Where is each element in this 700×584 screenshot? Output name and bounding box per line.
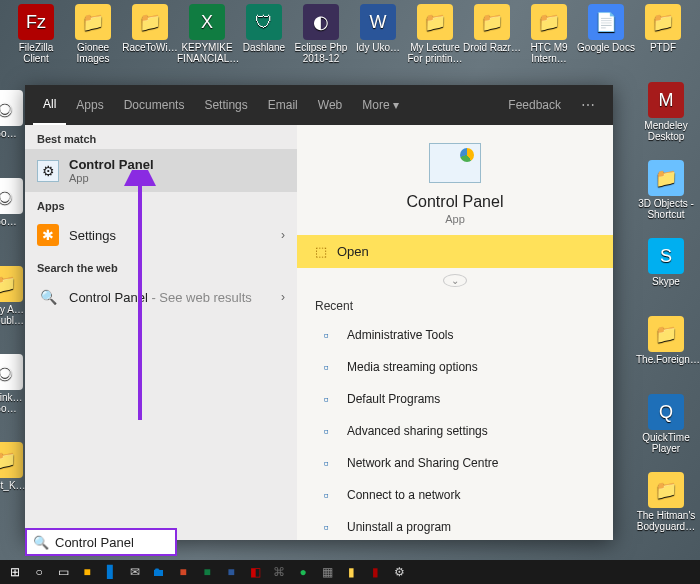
- apps-heading: Apps: [25, 192, 297, 216]
- recent-item-icon: ▫: [315, 324, 337, 346]
- recent-item-label: Connect to a network: [347, 488, 460, 502]
- task-view-button[interactable]: ▭: [52, 563, 74, 581]
- desktop-icon-mylecture[interactable]: 📁My Lecture For printin…: [405, 4, 465, 64]
- taskbar-app[interactable]: ✉: [124, 563, 146, 581]
- desktop-icon-foreign[interactable]: 📁The.Foreign…: [636, 316, 696, 365]
- taskbar-app[interactable]: ▋: [100, 563, 122, 581]
- desktop-icon-quicktime[interactable]: QQuickTime Player: [636, 394, 696, 454]
- feedback-link[interactable]: Feedback: [498, 98, 571, 112]
- start-search-panel: AllAppsDocumentsSettingsEmailWebMore ▾ F…: [25, 85, 613, 540]
- recent-item-label: Advanced sharing settings: [347, 424, 488, 438]
- desktop-icon-hitman[interactable]: 📁The Hitman's Bodyguard…: [636, 472, 696, 532]
- taskbar: ⊞ ○ ▭ ■ ▋ ✉ 🖿 ■ ■ ■ ◧ ⌘ ● ▦ ▮ ▮ ⚙: [0, 560, 700, 584]
- taskbar-app[interactable]: ■: [76, 563, 98, 581]
- desktop-icon-ptdf[interactable]: 📁PTDF: [633, 4, 693, 53]
- recent-item[interactable]: ▫Uninstall a program: [297, 511, 613, 540]
- preview-pane: Control Panel App ⬚ Open ⌄ Recent ▫Admin…: [297, 125, 613, 540]
- open-icon: ⬚: [315, 244, 327, 259]
- search-icon: 🔍: [33, 535, 49, 550]
- taskbar-search-icon[interactable]: ○: [28, 563, 50, 581]
- taskbar-app[interactable]: 🖿: [148, 563, 170, 581]
- taskbar-app[interactable]: ▮: [364, 563, 386, 581]
- recent-item-label: Network and Sharing Centre: [347, 456, 498, 470]
- chevron-right-icon: ›: [281, 228, 285, 242]
- result-title: Control Panel - See web results: [69, 290, 252, 305]
- desktop-icon-chrome2[interactable]: ◉Go…: [0, 178, 28, 227]
- desktop-icon-racetowi[interactable]: 📁RaceToWi…: [120, 4, 180, 53]
- recent-item[interactable]: ▫Network and Sharing Centre: [297, 447, 613, 479]
- tab-settings[interactable]: Settings: [194, 85, 257, 125]
- start-button[interactable]: ⊞: [4, 563, 26, 581]
- tab-web[interactable]: Web: [308, 85, 352, 125]
- search-input-value: Control Panel: [55, 535, 134, 550]
- taskbar-search-box[interactable]: 🔍 Control Panel: [25, 528, 177, 556]
- tab-more[interactable]: More ▾: [352, 85, 409, 125]
- recent-item-label: Uninstall a program: [347, 520, 451, 534]
- recent-item-label: Media streaming options: [347, 360, 478, 374]
- taskbar-app[interactable]: ◧: [244, 563, 266, 581]
- recent-item-icon: ▫: [315, 356, 337, 378]
- search-tabs: AllAppsDocumentsSettingsEmailWebMore ▾ F…: [25, 85, 613, 125]
- tab-email[interactable]: Email: [258, 85, 308, 125]
- taskbar-app[interactable]: ■: [220, 563, 242, 581]
- recent-item[interactable]: ▫Default Programs: [297, 383, 613, 415]
- taskbar-app[interactable]: ▦: [316, 563, 338, 581]
- result-subtitle: App: [69, 172, 154, 184]
- open-button[interactable]: ⬚ Open: [297, 235, 613, 268]
- expand-button[interactable]: ⌄: [443, 274, 467, 287]
- desktop-icon-eclipse[interactable]: ◐Eclipse Php 2018-12: [291, 4, 351, 64]
- desktop-icon-googledocs[interactable]: 📄Google Docs: [576, 4, 636, 53]
- taskbar-app[interactable]: ■: [172, 563, 194, 581]
- desktop-icon-lastk[interactable]: 📁Last_K…: [0, 442, 28, 491]
- desktop-icon-skype[interactable]: SSkype: [636, 238, 696, 287]
- result-title: Control Panel: [69, 157, 154, 172]
- result-control-panel[interactable]: ⚙ Control Panel App: [25, 149, 297, 192]
- tab-documents[interactable]: Documents: [114, 85, 195, 125]
- chevron-right-icon: ›: [281, 290, 285, 304]
- results-list: Best match ⚙ Control Panel App Apps ✱ Se…: [25, 125, 297, 540]
- recent-item[interactable]: ▫Connect to a network: [297, 479, 613, 511]
- recent-item-icon: ▫: [315, 420, 337, 442]
- preview-title: Control Panel: [297, 193, 613, 211]
- recent-item-label: Default Programs: [347, 392, 440, 406]
- desktop-icon-htcm9[interactable]: 📁HTC M9 Intern…: [519, 4, 579, 64]
- control-panel-icon: ⚙: [37, 160, 59, 182]
- desktop-icon-kepymike[interactable]: XKEPYMIKE FINANCIAL…: [177, 4, 237, 64]
- recent-item[interactable]: ▫Media streaming options: [297, 351, 613, 383]
- tab-apps[interactable]: Apps: [66, 85, 113, 125]
- recent-item-icon: ▫: [315, 452, 337, 474]
- recent-item[interactable]: ▫Advanced sharing settings: [297, 415, 613, 447]
- recent-item[interactable]: ▫Administrative Tools: [297, 319, 613, 351]
- desktop-icon-3dobjects[interactable]: 📁3D Objects - Shortcut: [636, 160, 696, 220]
- desktop-icon-gionee[interactable]: 📁Gionee Images: [63, 4, 123, 64]
- control-panel-icon: [429, 143, 481, 183]
- desktop-icon-mendeley[interactable]: MMendeley Desktop: [636, 82, 696, 142]
- desktop-icon-filezilla[interactable]: FzFileZilla Client: [6, 4, 66, 64]
- search-web-heading: Search the web: [25, 254, 297, 278]
- taskbar-app[interactable]: ▮: [340, 563, 362, 581]
- settings-icon: ✱: [37, 224, 59, 246]
- recent-item-icon: ▫: [315, 484, 337, 506]
- recent-heading: Recent: [297, 293, 613, 319]
- desktop-icon-dashlane[interactable]: 🛡Dashlane: [234, 4, 294, 53]
- desktop-icon-iggy[interactable]: 📁Iggy A… Troubl…: [0, 266, 28, 326]
- tab-all[interactable]: All: [33, 85, 66, 125]
- recent-item-icon: ▫: [315, 516, 337, 538]
- desktop-icon-droidrazr[interactable]: 📁Droid Razr…: [462, 4, 522, 53]
- open-label: Open: [337, 244, 369, 259]
- recent-item-label: Administrative Tools: [347, 328, 454, 342]
- desktop-icon-chrome3[interactable]: ◉Phink… Go…: [0, 354, 28, 414]
- more-options-button[interactable]: ⋯: [571, 97, 605, 113]
- result-settings[interactable]: ✱ Settings ›: [25, 216, 297, 254]
- taskbar-app[interactable]: ⌘: [268, 563, 290, 581]
- result-web-control-panel[interactable]: 🔍 Control Panel - See web results ›: [25, 278, 297, 316]
- search-icon: 🔍: [37, 286, 59, 308]
- desktop-icon-chrome1[interactable]: ◉Go…: [0, 90, 28, 139]
- desktop-icon-idyuko[interactable]: WIdy Uko…: [348, 4, 408, 53]
- recent-item-icon: ▫: [315, 388, 337, 410]
- taskbar-app[interactable]: ■: [196, 563, 218, 581]
- preview-subtitle: App: [297, 213, 613, 225]
- taskbar-app[interactable]: ⚙: [388, 563, 410, 581]
- taskbar-app[interactable]: ●: [292, 563, 314, 581]
- best-match-heading: Best match: [25, 125, 297, 149]
